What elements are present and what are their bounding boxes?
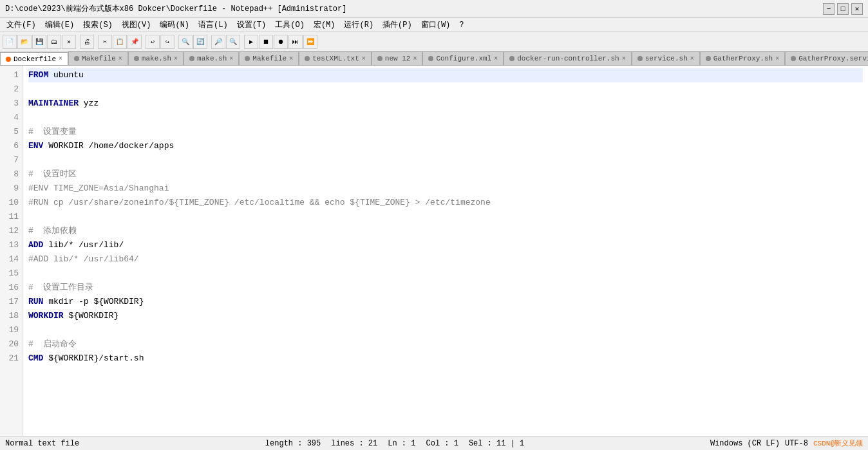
toolbar-b4[interactable]: ⏭ (288, 35, 303, 49)
code-line-2 (28, 82, 863, 97)
line-num-14: 14 (3, 252, 19, 267)
code-line-11 (28, 210, 863, 224)
tab-4[interactable]: Makefile× (239, 52, 299, 65)
tab-close-4[interactable]: × (289, 55, 293, 62)
tab-close-8[interactable]: × (622, 55, 626, 62)
status-center: length : 395 lines : 21 Ln : 1 Col : 1 S… (265, 439, 525, 448)
line-num-8: 8 (3, 167, 19, 182)
tab-1[interactable]: Makefile× (68, 52, 128, 65)
toolbar-print[interactable]: 🖨 (80, 35, 94, 49)
tab-icon-2 (134, 56, 139, 61)
menu-item-R[interactable]: 运行(R) (340, 19, 377, 31)
toolbar-find[interactable]: 🔍 (178, 35, 193, 49)
tab-close-3[interactable]: × (229, 55, 233, 62)
tab-3[interactable]: make.sh× (184, 52, 239, 65)
tab-close-7[interactable]: × (494, 55, 498, 62)
tab-label-10: GatherProxy.sh (713, 55, 773, 62)
tab-label-3: make.sh (197, 55, 227, 62)
code-line-20: # 启动命令 (28, 337, 863, 352)
code-line-9: #ENV TIME_ZONE=Asia/Shanghai (28, 182, 863, 196)
line-num-19: 19 (3, 323, 19, 337)
menu-item-O[interactable]: 工具(O) (271, 19, 308, 31)
menu-item-W[interactable]: 窗口(W) (417, 19, 455, 31)
toolbar-redo[interactable]: ↪ (160, 35, 175, 49)
encoding: UTF-8 (785, 439, 808, 448)
tab-2[interactable]: make.sh× (128, 52, 184, 65)
tab-close-6[interactable]: × (413, 55, 417, 62)
code-line-4 (28, 111, 863, 125)
title-bar: D:\code\2023\前端分布式版本x86 Dokcer\Dockerfil… (0, 0, 868, 18)
tab-5[interactable]: testXML.txt× (299, 52, 372, 65)
toolbar-b2[interactable]: ⏹ (259, 35, 273, 49)
tab-close-5[interactable]: × (362, 55, 366, 62)
line-num-6: 6 (3, 139, 19, 153)
tab-close-0[interactable]: × (59, 55, 62, 62)
toolbar-cut[interactable]: ✂ (98, 35, 112, 49)
menu-item-V[interactable]: 视图(V) (118, 19, 155, 31)
toolbar: 📄 📂 💾 🗂 ✕ 🖨 ✂ 📋 📌 ↩ ↪ 🔍 🔄 🔎 🔍 ▶ ⏹ ⏺ ⏭ ⏩ (0, 32, 868, 52)
tab-close-9[interactable]: × (690, 55, 694, 62)
toolbar-paste[interactable]: 📌 (127, 35, 142, 49)
toolbar-b3[interactable]: ⏺ (274, 35, 288, 49)
tab-label-11: GatherProxy.service (798, 55, 868, 62)
code-line-13: ADD lib/* /usr/lib/ (28, 238, 863, 252)
line-numbers: 123456789101112131415161718192021 (0, 66, 23, 436)
toolbar-undo[interactable]: ↩ (146, 35, 160, 49)
code-area[interactable]: FROM ubuntu MAINTAINER yzz # 设置变量ENV WOR… (23, 66, 868, 436)
toolbar-save-all[interactable]: 🗂 (47, 35, 61, 49)
window-controls: − □ ✕ (823, 3, 863, 15)
code-line-5: # 设置变量 (28, 125, 863, 139)
close-button[interactable]: ✕ (851, 3, 863, 15)
toolbar-zoom-in[interactable]: 🔎 (211, 35, 225, 49)
toolbar-new[interactable]: 📄 (3, 35, 17, 49)
tab-icon-4 (245, 56, 250, 61)
toolbar-copy[interactable]: 📋 (113, 35, 127, 49)
menu-item-[interactable]: ? (455, 20, 467, 30)
tab-10[interactable]: GatherProxy.sh× (700, 52, 785, 65)
menu-item-N[interactable]: 编码(N) (156, 19, 193, 31)
line-num-21: 21 (3, 352, 19, 366)
line-num-9: 9 (3, 182, 19, 196)
toolbar-open[interactable]: 📂 (17, 35, 32, 49)
maximize-button[interactable]: □ (837, 3, 849, 15)
toolbar-b1[interactable]: ▶ (244, 35, 258, 49)
toolbar-replace[interactable]: 🔄 (193, 35, 207, 49)
tab-label-8: docker-run-controller.sh (517, 55, 619, 62)
tab-icon-8 (509, 56, 514, 61)
tab-6[interactable]: new 12× (372, 52, 423, 65)
menu-item-T[interactable]: 设置(T) (233, 19, 270, 31)
status-bar: Normal text file length : 395 lines : 21… (0, 436, 868, 450)
tab-11[interactable]: GatherProxy.service× (785, 52, 868, 65)
tab-0[interactable]: Dockerfile× (0, 52, 68, 66)
code-line-1: FROM ubuntu (28, 68, 863, 82)
menu-item-M[interactable]: 宏(M) (310, 19, 339, 31)
tab-close-2[interactable]: × (174, 55, 178, 62)
menu-item-E[interactable]: 编辑(E) (41, 19, 79, 31)
toolbar-save[interactable]: 💾 (32, 35, 46, 49)
line-num-20: 20 (3, 337, 19, 352)
line-num-12: 12 (3, 224, 19, 238)
code-line-17: RUN mkdir -p ${WORKDIR} (28, 295, 863, 309)
tab-label-1: Makefile (82, 55, 116, 62)
menu-item-P[interactable]: 插件(P) (379, 19, 416, 31)
toolbar-zoom-out[interactable]: 🔍 (226, 35, 240, 49)
menu-item-S[interactable]: 搜索(S) (79, 19, 117, 31)
tab-8[interactable]: docker-run-controller.sh× (504, 52, 631, 65)
minimize-button[interactable]: − (823, 3, 835, 15)
code-line-21: CMD ${WORKDIR}/start.sh (28, 352, 863, 366)
tab-close-1[interactable]: × (118, 55, 122, 62)
menu-item-L[interactable]: 语言(L) (194, 19, 232, 31)
code-line-12: # 添加依赖 (28, 224, 863, 238)
watermark: CSDN@靳义见领 (813, 438, 863, 448)
tab-9[interactable]: service.sh× (632, 52, 700, 65)
toolbar-b5[interactable]: ⏩ (303, 35, 317, 49)
line-num-7: 7 (3, 153, 19, 167)
menu-item-F[interactable]: 文件(F) (3, 19, 40, 31)
tab-icon-6 (377, 56, 382, 61)
tab-7[interactable]: Configure.xml× (422, 52, 504, 65)
tab-close-10[interactable]: × (775, 55, 779, 62)
toolbar-close[interactable]: ✕ (62, 35, 76, 49)
code-line-3: MAINTAINER yzz (28, 97, 863, 111)
line-num-1: 1 (3, 68, 19, 82)
tab-icon-9 (637, 56, 643, 61)
